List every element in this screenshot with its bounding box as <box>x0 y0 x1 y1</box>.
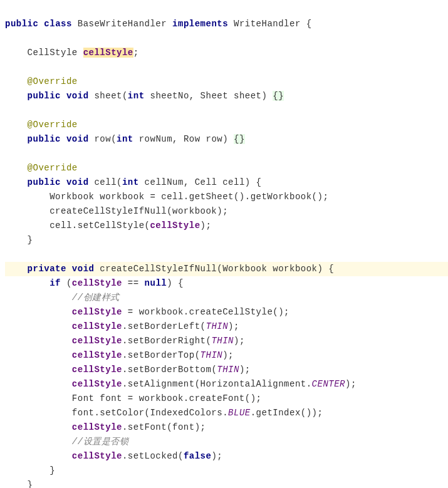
code-line-16: } <box>5 235 33 245</box>
code-line-21: cellStyle = workbook.createCellStyle(); <box>5 307 289 317</box>
empty-braces: {} <box>234 134 245 144</box>
code-line-29: cellStyle.setFont(font); <box>5 422 206 432</box>
annotation-override: @Override <box>28 120 78 130</box>
code-line-19: if (cellStyle == null) { <box>5 278 184 288</box>
code-line-13: Workbook workbook = cell.getSheet().getW… <box>5 192 328 202</box>
field-cellstyle: cellStyle <box>83 48 133 58</box>
code-line-31: cellStyle.setLocked(false); <box>5 451 222 461</box>
code-line-1: public class BaseWriteHandler implements… <box>5 19 312 29</box>
const-blue: BLUE <box>228 408 251 418</box>
code-line-25: cellStyle.setBorderBottom(THIN); <box>5 365 251 375</box>
comment-set-lock: //设置是否锁 <box>72 437 128 447</box>
code-line-20: //创建样式 <box>5 293 120 303</box>
code-line-15: cell.setCellStyle(cellStyle); <box>5 221 211 231</box>
code-line-11: @Override <box>5 163 78 173</box>
code-line-32: } <box>5 465 55 475</box>
annotation-override: @Override <box>28 163 78 173</box>
code-line-26: cellStyle.setAlignment(HorizontalAlignme… <box>5 379 357 389</box>
code-line-28: font.setColor(IndexedColors.BLUE.getInde… <box>5 408 323 418</box>
code-line-22: cellStyle.setBorderLeft(THIN); <box>5 321 239 331</box>
code-line-5: @Override <box>5 76 78 86</box>
interface-name: WriteHandler <box>234 19 301 29</box>
code-block: public class BaseWriteHandler implements… <box>0 0 448 488</box>
const-thin: THIN <box>206 321 228 331</box>
const-center: CENTER <box>312 379 345 389</box>
code-line-18-highlighted: private void createCellStyleIfNull(Workb… <box>5 262 448 276</box>
class-name: BaseWriteHandler <box>78 19 167 29</box>
const-thin: THIN <box>201 350 223 360</box>
code-line-24: cellStyle.setBorderTop(THIN); <box>5 350 234 360</box>
const-thin: THIN <box>211 336 234 346</box>
code-line-8: @Override <box>5 120 78 130</box>
code-line-12: public void cell(int cellNum, Cell cell)… <box>5 177 262 187</box>
keyword-public: public <box>5 19 38 29</box>
empty-braces: {} <box>273 91 284 101</box>
comment-create-style: //创建样式 <box>72 293 120 303</box>
keyword-class: class <box>44 19 72 29</box>
code-line-3: CellStyle cellStyle; <box>5 48 139 58</box>
code-line-30: //设置是否锁 <box>5 437 128 447</box>
code-line-23: cellStyle.setBorderRight(THIN); <box>5 336 245 346</box>
code-line-14: createCellStyleIfNull(workbook); <box>5 206 228 216</box>
const-thin: THIN <box>217 365 239 375</box>
code-line-6: public void sheet(int sheetNo, Sheet she… <box>5 91 284 101</box>
annotation-override: @Override <box>28 76 78 86</box>
code-line-33: } <box>5 480 33 488</box>
code-line-27: Font font = workbook.createFont(); <box>5 393 261 403</box>
code-line-9: public void row(int rowNum, Row row) {} <box>5 134 245 144</box>
keyword-implements: implements <box>172 19 228 29</box>
